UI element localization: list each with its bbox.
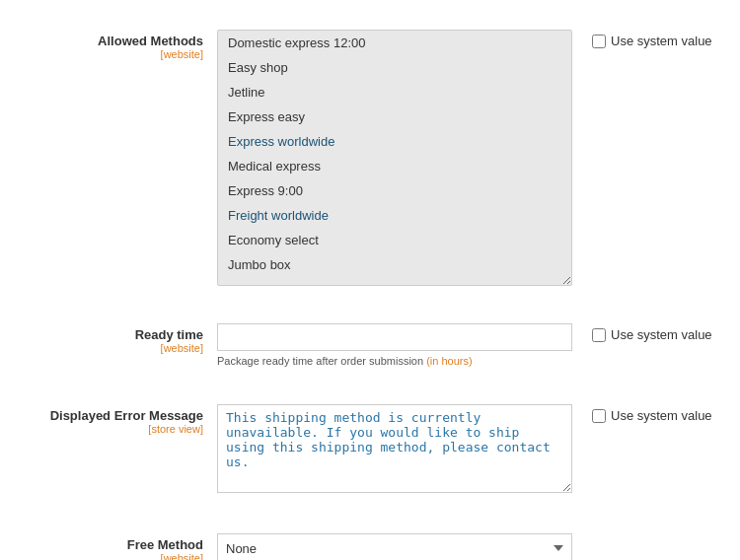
ready-time-use-system-label[interactable]: Use system value — [611, 327, 712, 342]
allowed-methods-scope: [website] — [10, 48, 203, 60]
ready-time-note-orange: (in hours) — [426, 355, 472, 367]
settings-form: Allowed Methods [website] Domestic expre… — [0, 0, 740, 560]
ready-time-input[interactable] — [217, 323, 572, 351]
allowed-methods-listbox-container: Domestic express 12:00 Easy shop Jetline… — [217, 30, 572, 286]
error-message-scope: [store view] — [10, 423, 203, 435]
error-message-use-system-checkbox[interactable] — [592, 409, 606, 423]
allowed-methods-listbox[interactable]: Domestic express 12:00 Easy shop Jetline… — [217, 30, 572, 286]
error-message-row: Displayed Error Message [store view] Thi… — [10, 394, 730, 506]
error-message-input-col: This shipping method is currently unavai… — [217, 404, 572, 496]
option-economy-select[interactable]: Economy select — [218, 228, 571, 252]
allowed-methods-label: Allowed Methods — [98, 34, 203, 48]
option-easy-shop[interactable]: Easy shop — [218, 55, 571, 80]
ready-time-row: Ready time [website] Package ready time … — [10, 314, 730, 377]
free-method-row: Free Method [website] None — [10, 524, 730, 560]
ready-time-note: Package ready time after order submissio… — [217, 355, 572, 367]
error-message-label-col: Displayed Error Message [store view] — [10, 404, 217, 435]
allowed-methods-label-col: Allowed Methods [website] — [10, 30, 217, 60]
error-message-textarea[interactable]: This shipping method is currently unavai… — [217, 404, 572, 493]
free-method-label-col: Free Method [website] — [10, 533, 217, 560]
allowed-methods-use-system-checkbox[interactable] — [592, 35, 606, 48]
ready-time-label-col: Ready time [website] — [10, 323, 217, 354]
free-method-label: Free Method — [127, 537, 203, 552]
option-express-worldwide[interactable]: Express worldwide — [218, 129, 571, 154]
option-express-easy[interactable]: Express easy — [218, 105, 571, 129]
allowed-methods-input-col: Domestic express 12:00 Easy shop Jetline… — [217, 30, 572, 286]
allowed-methods-row: Allowed Methods [website] Domestic expre… — [10, 20, 730, 296]
ready-time-use-system-checkbox[interactable] — [592, 328, 606, 342]
error-message-label: Displayed Error Message — [50, 408, 203, 423]
option-domestic-express-1200[interactable]: Domestic express 12:00 — [218, 31, 571, 55]
free-method-use-system-col — [572, 533, 730, 537]
free-method-input-col: None — [217, 533, 572, 560]
option-jetline[interactable]: Jetline — [218, 80, 571, 105]
error-message-use-system-label[interactable]: Use system value — [611, 408, 712, 423]
free-method-scope: [website] — [10, 552, 203, 560]
option-medical-express[interactable]: Medical express — [218, 154, 571, 178]
allowed-methods-use-system-col: Use system value — [572, 30, 730, 48]
ready-time-note-text: Package ready time after order submissio… — [217, 355, 423, 367]
ready-time-input-col: Package ready time after order submissio… — [217, 323, 572, 367]
free-method-select[interactable]: None — [217, 533, 572, 560]
ready-time-scope: [website] — [10, 342, 203, 354]
free-method-select-wrapper: None — [217, 533, 572, 560]
ready-time-use-system-col: Use system value — [572, 323, 730, 342]
option-jumbo-box[interactable]: Jumbo box — [218, 252, 571, 277]
error-message-use-system-col: Use system value — [572, 404, 730, 423]
ready-time-label: Ready time — [135, 327, 203, 342]
option-freight-worldwide[interactable]: Freight worldwide — [218, 203, 571, 228]
option-express-900[interactable]: Express 9:00 — [218, 178, 571, 203]
allowed-methods-use-system-label[interactable]: Use system value — [611, 34, 712, 48]
